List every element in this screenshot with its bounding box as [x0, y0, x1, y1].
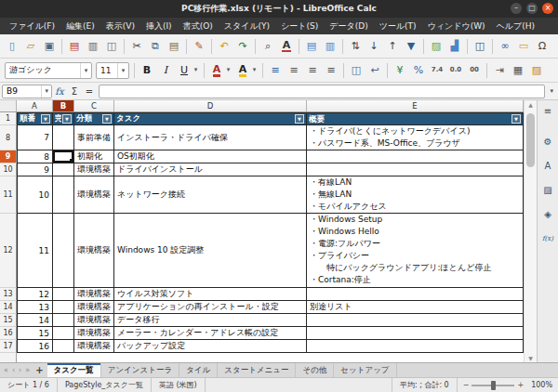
sidebar-settings-icon[interactable]: ≡: [540, 103, 556, 119]
underline-icon[interactable]: U: [176, 62, 193, 79]
page-style-status[interactable]: PageStyle_タスク一覧: [58, 378, 152, 392]
maximize-icon[interactable]: □: [526, 3, 538, 14]
header-cell-summary[interactable]: 概要 ▼: [307, 112, 524, 125]
cell-D14[interactable]: アプリケーションの再インストール・設定: [114, 301, 307, 314]
align-center-icon[interactable]: ≡: [286, 62, 302, 79]
tab-tile[interactable]: タイル: [179, 363, 218, 377]
header-cell-order[interactable]: 順番 ▼: [17, 112, 53, 125]
menu-item[interactable]: ツール(T): [374, 18, 422, 34]
font-size-combo[interactable]: 11 ▾: [96, 62, 129, 79]
font-color-icon[interactable]: A: [208, 62, 225, 79]
minimize-icon[interactable]: –: [511, 3, 522, 14]
sort-ascending-icon[interactable]: ↓: [365, 38, 382, 55]
sort-icon[interactable]: ⇅: [347, 38, 364, 55]
next-sheet-icon[interactable]: ›: [17, 366, 23, 374]
active-cell-B9[interactable]: [53, 150, 74, 163]
vertical-scrollbar[interactable]: ▲ ▼: [524, 100, 537, 362]
align-right-icon[interactable]: ≡: [304, 62, 321, 79]
tab-tasks[interactable]: タスク一覧: [47, 363, 101, 377]
cell-E16[interactable]: [307, 327, 524, 340]
row-header-stub[interactable]: [0, 353, 17, 362]
header-cell-category[interactable]: 分類 ▼: [74, 112, 114, 125]
cell-B10[interactable]: [53, 163, 74, 176]
cell-D8[interactable]: インストーラ・ドライバ確保: [114, 125, 307, 150]
row-header-16[interactable]: 16: [0, 327, 17, 340]
special-character-icon[interactable]: Ω: [534, 38, 551, 55]
language-status[interactable]: 英語 (米国): [152, 378, 206, 392]
cell-D17[interactable]: バックアップ設定: [114, 340, 307, 353]
cell-D9[interactable]: OS初期化: [114, 150, 307, 163]
highlight-color-icon[interactable]: A: [234, 62, 251, 79]
properties-icon[interactable]: ⚙: [540, 134, 556, 150]
cell-C17[interactable]: 環境構築: [74, 340, 114, 353]
number-format-icon[interactable]: 7.4: [429, 62, 445, 79]
column-header-A[interactable]: A: [17, 100, 53, 111]
insert-chart-icon[interactable]: ▟: [446, 38, 463, 55]
freeze-panes-icon[interactable]: ◫: [472, 38, 488, 55]
cell-D15[interactable]: データ移行: [114, 314, 307, 327]
cell-B17[interactable]: [53, 340, 74, 353]
insert-row-icon[interactable]: ▤: [303, 38, 320, 55]
cell-D10[interactable]: ドライバインストール: [114, 163, 307, 176]
tab-start-menu[interactable]: スタートメニュー: [218, 363, 296, 377]
cell-B14[interactable]: [53, 301, 74, 314]
row-header-9[interactable]: 9: [0, 150, 17, 163]
cell-D16[interactable]: メーラー・カレンダー・アドレス帳の設定: [114, 327, 307, 340]
previous-sheet-icon[interactable]: ‹: [10, 366, 17, 374]
cell-D13[interactable]: ウイルス対策ソフト: [114, 288, 307, 301]
cell-E10[interactable]: [307, 163, 524, 176]
zoom-out-icon[interactable]: −: [463, 381, 470, 389]
header-cell-done[interactable]: 完 ▼: [53, 112, 74, 125]
zoom-in-icon[interactable]: +: [517, 381, 524, 389]
cell-E13[interactable]: [307, 288, 524, 301]
autofilter-dropdown-icon[interactable]: ▼: [102, 114, 112, 124]
gallery-icon[interactable]: ▨: [540, 182, 556, 198]
menu-item[interactable]: シート(S): [275, 18, 324, 34]
close-icon[interactable]: ×: [542, 3, 553, 14]
sum-icon[interactable]: Σ: [67, 86, 82, 97]
menu-item[interactable]: ウィンドウ(W): [422, 18, 491, 34]
menu-item[interactable]: ヘルプ(H): [491, 18, 540, 34]
percent-format-icon[interactable]: %: [410, 62, 427, 79]
cell-C12[interactable]: 環境構築: [74, 214, 114, 288]
comment-icon[interactable]: ▭: [515, 38, 532, 55]
cell-E9[interactable]: [307, 150, 524, 163]
first-sheet-icon[interactable]: «: [2, 366, 10, 374]
tab-uninstaller[interactable]: アンインストーラ: [101, 363, 179, 377]
autofilter-dropdown-icon[interactable]: ▼: [512, 114, 521, 124]
cell-A14[interactable]: 13: [17, 301, 53, 314]
menu-item[interactable]: 編集(E): [60, 18, 100, 34]
background-color-icon[interactable]: ▨: [528, 62, 545, 79]
scroll-up-icon[interactable]: ▲: [525, 101, 537, 108]
borders-icon[interactable]: ▦: [510, 62, 526, 79]
column-header-D[interactable]: D: [114, 100, 307, 111]
cell-A9[interactable]: 8: [17, 150, 53, 163]
cell-A10[interactable]: 9: [17, 163, 53, 176]
zoom-track[interactable]: [472, 385, 514, 386]
clone-formatting-icon[interactable]: ✎: [191, 38, 207, 55]
insert-image-icon[interactable]: ▨: [428, 38, 445, 55]
autofilter-dropdown-icon[interactable]: ▼: [41, 114, 50, 124]
font-color-dropdown-icon[interactable]: ▾: [224, 62, 232, 79]
row-header-8[interactable]: 8: [0, 125, 17, 150]
align-justify-icon[interactable]: ≡: [323, 62, 339, 79]
name-box[interactable]: B9 ▾: [2, 85, 52, 98]
cell-B12[interactable]: [53, 214, 74, 288]
underline-dropdown-icon[interactable]: ▾: [192, 62, 200, 79]
cell-D11[interactable]: ネットワーク接続: [114, 176, 307, 214]
menu-item[interactable]: ファイル(F): [4, 18, 60, 34]
navigator-icon[interactable]: ◈: [540, 206, 556, 222]
zoom-thumb[interactable]: [491, 381, 496, 390]
scrollbar-thumb[interactable]: [526, 113, 535, 167]
function-wizard-icon[interactable]: fx: [52, 86, 67, 97]
menu-item[interactable]: スタイル(Y): [219, 18, 275, 34]
cell-A13[interactable]: 12: [17, 288, 53, 301]
find-replace-icon[interactable]: ⌕: [259, 38, 276, 55]
font-name-combo[interactable]: 游ゴシック ▾: [5, 62, 92, 79]
zoom-slider[interactable]: − +: [458, 381, 529, 389]
cell-E8[interactable]: ・ドライバ(とくにネットワークデバイス) ・パスワード系、MS-Office、ブ…: [307, 125, 524, 150]
selection-stats[interactable]: 平均: ; 合計: 0: [392, 378, 458, 392]
cell-C13[interactable]: 環境構築: [74, 288, 114, 301]
menu-item[interactable]: 表示(V): [100, 18, 140, 34]
merge-cells-icon[interactable]: ◫: [348, 62, 365, 79]
